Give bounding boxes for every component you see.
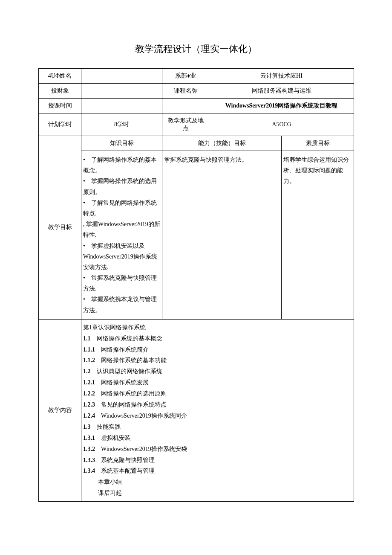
object-value bbox=[81, 84, 162, 99]
knowledge-goal-item: • 了解网络操作系统的荔本概念。 bbox=[83, 154, 160, 176]
lesson-plan-table: 4UΦ姓名 系部♦业 云计算技术应HI 投财象 课程名弥 网络服务器构建与运维 … bbox=[38, 68, 354, 502]
quality-goal-content: 培养学生综合运用知识分析、处理实际问题的能力。 bbox=[282, 151, 354, 320]
content-line: 1.3.1 虚拟机安装 bbox=[83, 433, 352, 444]
teacher-name-value bbox=[81, 69, 162, 84]
content-line: 1.2.3 常见的网络操作系统特点 bbox=[83, 399, 352, 410]
course-value: 网络服务器构建与运维 bbox=[209, 84, 354, 99]
content-line: 1.1.2 网络操作系统的基本功能 bbox=[83, 355, 352, 366]
content-row-label: 教学内容 bbox=[39, 319, 81, 501]
content-line: 第1章认识网络操作系统 bbox=[83, 322, 352, 333]
content-line: 1.1 网络操作系统的基本概念 bbox=[83, 333, 352, 344]
content-line: 1.2 认识典型的网络慷作系统 bbox=[83, 366, 352, 377]
content-line: 1.3.4 系统基本配置与管理 bbox=[83, 465, 352, 477]
content-line: 1.2.4 WindowsServer2019操作系统同介 bbox=[83, 410, 352, 421]
knowledge-goal-item: • 掌握系统携本龙议与管理方法。 bbox=[83, 294, 160, 315]
table-row: 计划学时 8学时 教学形式及地点 A5OO3 bbox=[39, 113, 354, 136]
knowledge-goal-item: • 了解常见的网络操作系统特点. bbox=[83, 198, 160, 219]
table-row: 4UΦ姓名 系部♦业 云计算技术应HI bbox=[39, 69, 354, 84]
content-line: 1.3.2 WindowsServer2019操作系统安袋 bbox=[83, 444, 352, 455]
content-line-number: 1.3.3 bbox=[83, 457, 95, 463]
content-line-number: 1.3 bbox=[83, 424, 91, 430]
knowledge-goal-content: • 了解网络操作系统的荔本概念。• 掌握网络操作系统的选用原则。• 了解常见的网… bbox=[81, 151, 162, 320]
time-label: 授课时间 bbox=[39, 99, 81, 113]
knowledge-goal-header: 知识目标 bbox=[81, 136, 162, 151]
content-line-number: 1.1.1 bbox=[83, 346, 95, 353]
content-line: 1.2.1 网络操作系统发展 bbox=[83, 377, 352, 388]
content-line-number: 1.2.3 bbox=[83, 401, 95, 408]
form-label: 教学形式及地点 bbox=[162, 113, 209, 136]
knowledge-goal-item: • 掌握网络操作系统的选用原则。 bbox=[83, 176, 160, 197]
content-line-number: 1.3.2 bbox=[83, 446, 95, 452]
quality-goal-header: 素质目标 bbox=[282, 136, 354, 151]
form-value: A5OO3 bbox=[209, 113, 354, 136]
goals-content-row: • 了解网络操作系统的荔本概念。• 掌握网络操作系统的选用原则。• 了解常见的网… bbox=[39, 151, 354, 320]
content-line: 本章小结 bbox=[83, 477, 352, 488]
content-line: 1.3.3 系统克隆与快照管理 bbox=[83, 455, 352, 466]
content-line-number: 1.2.4 bbox=[83, 413, 95, 419]
content-line-number: 1.3.4 bbox=[83, 468, 95, 474]
dept-label: 系部♦业 bbox=[162, 69, 209, 84]
content-line: 1.2.2 网络操作系统的选用原则 bbox=[83, 388, 352, 399]
content-line: 1.3 技能实践 bbox=[83, 421, 352, 433]
content-line-number: 1.3.1 bbox=[83, 435, 95, 441]
goals-row-label: 教学目标 bbox=[39, 136, 81, 320]
content-line-number: 1.2.1 bbox=[83, 379, 95, 386]
teacher-name-label: 4UΦ姓名 bbox=[39, 69, 81, 84]
content-line: 课后习起 bbox=[83, 488, 352, 499]
knowledge-goal-item: • 掌握虚拟机安装以及WindowsServer2019操作系统安装方法. bbox=[83, 241, 160, 273]
goals-header-row: 教学目标 知识目标 能力（技能）目标 素质目标 bbox=[39, 136, 354, 151]
content-line-number: 1.2 bbox=[83, 368, 91, 375]
content-row: 教学内容 第1章认识网络操作系统1.1 网络操作系统的基本概念1.1.1 网络搡… bbox=[39, 319, 354, 501]
content-cell: 第1章认识网络操作系统1.1 网络操作系统的基本概念1.1.1 网络搡作系统简介… bbox=[81, 319, 354, 501]
hours-value: 8学时 bbox=[81, 113, 162, 136]
time-value bbox=[81, 99, 162, 113]
content-line-number: 1.2.2 bbox=[83, 390, 95, 397]
content-line: 1.1.1 网络搡作系统简介 bbox=[83, 344, 352, 355]
skill-goal-header: 能力（技能）目标 bbox=[162, 136, 282, 151]
content-line-number: 1.1 bbox=[83, 335, 91, 342]
object-label: 投财象 bbox=[39, 84, 81, 99]
knowledge-goal-item: , 掌握WindowsServer2019的新特性. bbox=[83, 219, 160, 240]
textbook-label bbox=[162, 99, 209, 113]
course-label: 课程名弥 bbox=[162, 84, 209, 99]
dept-value: 云计算技术应HI bbox=[209, 69, 354, 84]
skill-goal-content: 掌握系统克隆与快照管理方法。 bbox=[162, 151, 282, 320]
knowledge-goal-item: • 常握系统克隆与快照管理方法. bbox=[83, 273, 160, 294]
table-row: 授课时间 WindowsServer2019网络操作系统攻目教程 bbox=[39, 99, 354, 113]
table-row: 投财象 课程名弥 网络服务器构建与运维 bbox=[39, 84, 354, 99]
textbook-value: WindowsServer2019网络操作系统攻目教程 bbox=[209, 99, 354, 113]
hours-label: 计划学时 bbox=[39, 113, 81, 136]
page-title: 教学流程设计（理实一体化） bbox=[38, 43, 354, 55]
content-line-number: 1.1.2 bbox=[83, 357, 95, 363]
